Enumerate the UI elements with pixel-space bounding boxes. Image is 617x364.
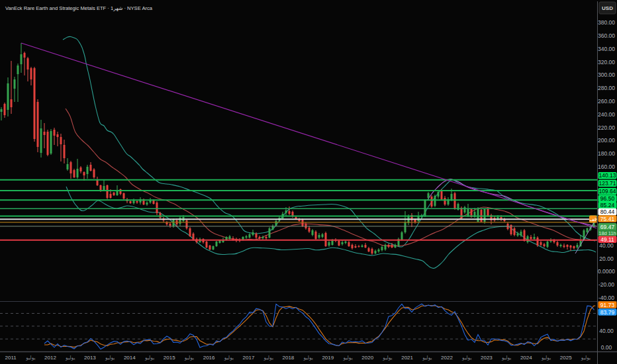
svg-text:380.00: 380.00 — [598, 19, 615, 26]
svg-text:85.24: 85.24 — [600, 202, 615, 208]
svg-text:VanEck Rare Earth and Strategi: VanEck Rare Earth and Strategic Metals E… — [5, 5, 153, 11]
svg-text:180.00: 180.00 — [598, 150, 615, 157]
svg-text:123.71: 123.71 — [599, 180, 616, 187]
svg-text:2013: 2013 — [84, 355, 96, 361]
svg-text:-20.00: -20.00 — [598, 281, 614, 288]
svg-text:2023: 2023 — [481, 355, 493, 361]
svg-text:يوليو: يوليو — [461, 355, 471, 361]
svg-text:0.0000: 0.0000 — [598, 268, 615, 275]
svg-text:40.00: 40.00 — [599, 328, 614, 334]
svg-text:360.00: 360.00 — [598, 32, 615, 39]
svg-text:يوليو: يوليو — [541, 355, 551, 361]
svg-text:140.13: 140.13 — [599, 172, 616, 179]
svg-text:يوليو: يوليو — [501, 355, 511, 361]
svg-text:يوليو: يوليو — [303, 355, 313, 361]
svg-text:يوليو: يوليو — [105, 355, 115, 361]
svg-text:2024: 2024 — [520, 355, 532, 361]
svg-text:-40.00: -40.00 — [598, 295, 614, 301]
svg-text:2025: 2025 — [560, 355, 572, 361]
svg-text:20.00: 20.00 — [599, 255, 614, 262]
svg-text:0.00: 0.00 — [601, 344, 612, 351]
svg-text:يوليو: يوليو — [342, 355, 352, 361]
svg-text:2019: 2019 — [322, 355, 334, 361]
svg-text:200.00: 200.00 — [598, 137, 615, 144]
svg-text:2015: 2015 — [164, 355, 175, 361]
svg-text:يوليو: يوليو — [65, 355, 75, 361]
svg-text:يوليو: يوليو — [224, 355, 234, 361]
svg-text:40.00: 40.00 — [599, 242, 614, 249]
svg-text:320.00: 320.00 — [598, 59, 615, 66]
svg-text:83.79: 83.79 — [600, 309, 615, 316]
svg-text:340.00: 340.00 — [598, 46, 615, 52]
svg-text:2022: 2022 — [441, 355, 453, 361]
svg-text:يوليو: يوليو — [382, 355, 392, 361]
svg-text:2021: 2021 — [401, 355, 413, 361]
svg-text:96.50: 96.50 — [600, 195, 615, 202]
svg-text:2011: 2011 — [5, 355, 17, 361]
svg-text:2016: 2016 — [203, 355, 215, 361]
svg-text:يوليو: يوليو — [184, 355, 194, 361]
svg-text:18d 11h: 18d 11h — [598, 230, 616, 236]
svg-text:يوليو: يوليو — [422, 355, 432, 361]
svg-text:160.00: 160.00 — [598, 163, 615, 170]
svg-text:يوليو: يوليو — [263, 355, 273, 361]
svg-text:2014: 2014 — [124, 355, 136, 361]
svg-text:220.00: 220.00 — [598, 124, 615, 131]
svg-text:260.00: 260.00 — [598, 98, 615, 105]
svg-text:75.41: 75.41 — [600, 216, 615, 222]
svg-text:2012: 2012 — [44, 355, 56, 361]
svg-text:109.64: 109.64 — [599, 188, 616, 195]
svg-text:2018: 2018 — [283, 355, 295, 361]
svg-text:49.11: 49.11 — [600, 236, 614, 243]
svg-text:80.44: 80.44 — [600, 208, 615, 215]
svg-text:قف: قف — [589, 217, 596, 222]
svg-text:USD: USD — [602, 5, 613, 11]
svg-text:69.47: 69.47 — [600, 224, 615, 230]
svg-text:2020: 2020 — [361, 355, 373, 361]
svg-text:يوليو: يوليو — [25, 355, 35, 361]
svg-text:280.00: 280.00 — [598, 85, 615, 91]
svg-text:يوليو: يوليو — [144, 355, 154, 361]
svg-text:يوليو: يوليو — [581, 355, 591, 361]
svg-text:2017: 2017 — [243, 355, 255, 361]
svg-text:91.73: 91.73 — [600, 302, 615, 308]
svg-text:300.00: 300.00 — [598, 71, 615, 78]
svg-text:240.00: 240.00 — [598, 111, 615, 118]
